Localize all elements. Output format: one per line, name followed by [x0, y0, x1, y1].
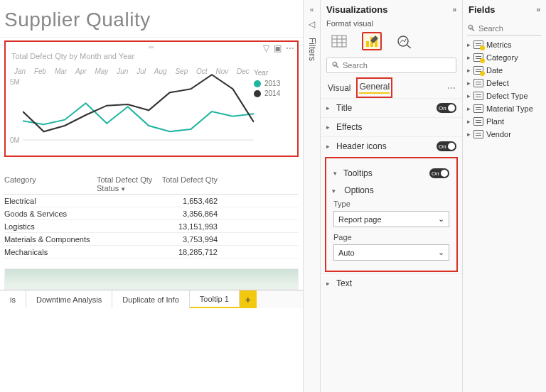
collapse-icon[interactable]: « — [310, 6, 314, 13]
tooltip-page-dropdown[interactable]: Auto⌄ — [333, 244, 449, 261]
options-header[interactable]: ▾ Options — [328, 183, 455, 198]
chart-plot: 5M 0M JanFebMarAprMayJunJulAugSepOctNovD… — [10, 65, 254, 150]
table-icon — [473, 53, 483, 62]
field-table[interactable]: ▸ Vendor — [463, 128, 546, 141]
svg-line-10 — [407, 45, 411, 48]
col-status[interactable]: Total Defect Qty Status▼ — [97, 175, 154, 192]
field-label: Material Type — [486, 104, 533, 113]
report-tab[interactable]: Tooltip 1 — [190, 290, 240, 308]
fields-search[interactable]: 🔍︎ — [467, 22, 542, 36]
expand-icon[interactable]: » — [452, 6, 456, 13]
section-text[interactable]: ▸ Text — [321, 273, 462, 293]
chart-title: Total Defect Qty by Month and Year — [11, 52, 293, 60]
filters-label: Filters — [307, 38, 317, 61]
build-visual-icon[interactable] — [329, 32, 349, 50]
tooltip-type-dropdown[interactable]: Report page⌄ — [333, 211, 449, 227]
cell-qty: 13,151,993 — [154, 222, 218, 231]
field-table[interactable]: ▸ Defect — [463, 77, 546, 89]
section-title[interactable]: ▸ Title On — [321, 98, 462, 117]
report-canvas: Supplier Quality ═ ▽ ▣ ⋯ Total Defect Qt… — [0, 0, 303, 392]
legend-item: 2014 — [254, 89, 293, 97]
table-icon — [473, 66, 483, 75]
report-tab[interactable]: Duplicate of Info — [112, 290, 190, 308]
col-qty[interactable]: Total Defect Qty — [154, 175, 218, 192]
table-icon — [473, 104, 483, 113]
bookmark-icon[interactable]: ◁ — [309, 19, 315, 29]
field-label: Vendor — [486, 130, 511, 138]
category-table[interactable]: Category Total Defect Qty Status▼ Total … — [4, 175, 299, 258]
cell-category: Materials & Components — [4, 235, 97, 244]
report-tabs: isDowntime AnalysisDuplicate of InfoTool… — [0, 290, 303, 308]
table-row[interactable]: Goods & Services 3,356,864 — [4, 207, 299, 220]
cell-category: Mechanicals — [4, 248, 97, 256]
table-row[interactable]: Materials & Components 3,753,994 — [4, 233, 299, 246]
visualizations-pane: Visualizations » Format visual 🔍︎ Visual… — [320, 0, 462, 392]
search-icon: 🔍︎ — [467, 23, 476, 33]
svg-rect-1 — [332, 36, 346, 47]
tooltip-type-label: Type — [328, 198, 455, 209]
field-table[interactable]: ▸ Defect Type — [463, 89, 546, 102]
expand-icon[interactable]: » — [536, 6, 540, 13]
cell-category: Goods & Services — [4, 209, 97, 218]
tabs-more-icon[interactable]: ⋯ — [447, 83, 456, 93]
field-table[interactable]: ▸ Date — [463, 64, 546, 77]
col-category[interactable]: Category — [4, 175, 97, 192]
tab-visual[interactable]: Visual — [326, 80, 352, 96]
chevron-right-icon: ▸ — [467, 54, 471, 61]
add-page-button[interactable]: + — [240, 290, 257, 308]
table-icon — [473, 130, 483, 138]
section-header-icons[interactable]: ▸ Header icons On — [321, 136, 462, 156]
focus-icon[interactable]: ▣ — [274, 43, 282, 53]
toggle-title[interactable]: On — [437, 103, 456, 113]
viz-title: Visualizations — [326, 4, 387, 15]
filter-icon[interactable]: ▽ — [263, 43, 269, 53]
map-visual[interactable] — [4, 268, 299, 290]
legend-item: 2013 — [254, 80, 293, 87]
field-label: Category — [486, 53, 518, 62]
chevron-right-icon: ▸ — [467, 118, 471, 125]
filters-rail[interactable]: « ◁ Filters — [303, 0, 320, 392]
chevron-right-icon: ▸ — [326, 280, 333, 287]
table-row[interactable]: Electrical 1,653,462 — [4, 195, 299, 207]
sort-desc-icon[interactable]: ▼ — [120, 186, 126, 192]
fields-search-input[interactable] — [478, 24, 542, 33]
field-table[interactable]: ▸ Material Type — [463, 102, 546, 115]
chart-visual[interactable]: ═ ▽ ▣ ⋯ Total Defect Qty by Month and Ye… — [4, 40, 299, 157]
tooltip-page-label: Page — [328, 232, 455, 243]
chevron-down-icon: ⌄ — [438, 214, 444, 224]
more-icon[interactable]: ⋯ — [286, 43, 294, 53]
viz-search-input[interactable] — [343, 61, 451, 70]
chevron-down-icon: ⌄ — [438, 248, 444, 257]
cell-qty: 3,356,864 — [154, 209, 218, 218]
fields-title: Fields — [469, 4, 496, 15]
field-table[interactable]: ▸ Metrics — [463, 38, 546, 51]
table-row[interactable]: Logistics 13,151,993 — [4, 220, 299, 233]
drag-handle-icon[interactable]: ═ — [149, 43, 154, 51]
cell-qty: 1,653,462 — [154, 197, 218, 205]
cell-qty: 3,753,994 — [154, 235, 218, 244]
chevron-right-icon: ▸ — [326, 104, 333, 111]
field-table[interactable]: ▸ Category — [463, 51, 546, 64]
table-row[interactable]: Mechanicals 18,285,712 — [4, 246, 299, 258]
tab-general[interactable]: General — [356, 77, 392, 98]
chevron-right-icon: ▸ — [467, 80, 471, 87]
section-effects[interactable]: ▸ Effects — [321, 117, 462, 136]
field-table[interactable]: ▸ Plant — [463, 115, 546, 128]
report-tab[interactable]: is — [0, 290, 26, 308]
cell-category: Electrical — [4, 197, 97, 205]
field-label: Defect Type — [486, 92, 528, 100]
chevron-right-icon: ▸ — [326, 143, 333, 150]
report-tab[interactable]: Downtime Analysis — [26, 290, 112, 308]
toggle-header-icons[interactable]: On — [437, 141, 456, 151]
analytics-icon[interactable] — [395, 32, 414, 50]
viz-search[interactable]: 🔍︎ — [326, 58, 456, 73]
tooltips-section: ▾ Tooltips On ▾ Options Type Report page… — [325, 157, 458, 272]
fields-pane: Fields » 🔍︎ ▸ Metrics ▸ Category ▸ Date … — [462, 0, 546, 392]
format-visual-icon[interactable] — [362, 32, 382, 50]
section-tooltips[interactable]: ▾ Tooltips On — [328, 164, 455, 183]
toggle-tooltips[interactable]: On — [429, 168, 449, 178]
table-icon — [473, 79, 483, 87]
cell-category: Logistics — [4, 222, 97, 231]
field-label: Date — [486, 66, 503, 75]
cell-qty: 18,285,712 — [154, 248, 218, 256]
